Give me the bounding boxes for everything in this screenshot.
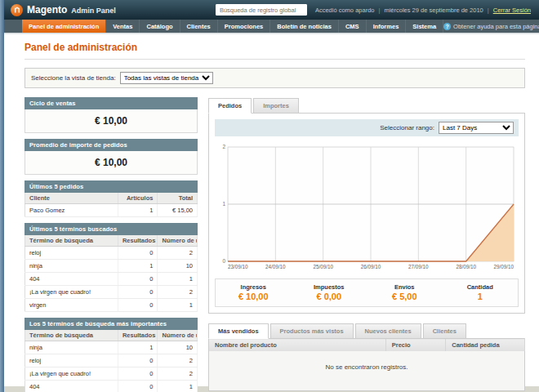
dashboard-main: PedidosImportes Seleccionar rango: Last … — [208, 97, 525, 392]
panel-title: Ciclo de ventas — [24, 97, 198, 109]
column-header-numero-de-usos: Número de usos — [158, 235, 198, 247]
table-cell: 0 — [118, 273, 158, 286]
table-row[interactable]: ninja110 — [25, 260, 198, 273]
nav-item-informes[interactable]: Informes — [367, 20, 407, 33]
range-label: Seleccionar rango: — [380, 124, 434, 131]
range-select[interactable]: Last 7 Days — [439, 122, 514, 134]
dashboard-sidebar: Ciclo de ventas € 10,00 Promedio de impo… — [24, 97, 198, 392]
grid-tab-nuevos-clientes[interactable]: Nuevos clientes — [355, 323, 421, 339]
table-cell: 10 — [158, 341, 198, 354]
help-label: Obtener ayuda para esta página — [453, 23, 539, 30]
svg-text:27/09/10: 27/09/10 — [408, 264, 429, 270]
column-header-cantidad-pedida: Cantidad pedida — [446, 339, 525, 352]
table-cell: 2 — [158, 368, 198, 381]
totals-row: Ingresos€ 10,00Impuestos€ 0,00Envíos€ 5,… — [215, 278, 519, 307]
nav-item-sistema[interactable]: Sistema — [406, 20, 443, 33]
table-cell: 2 — [158, 286, 198, 299]
magento-admin-window: Magento Admin Panel Accedió como apardo … — [4, 0, 539, 386]
svg-text:29/09/10: 29/09/10 — [493, 264, 514, 270]
grid-tab-clientes[interactable]: Clientes — [423, 323, 466, 339]
last-orders-panel: Últimos 5 pedidos ClienteArtículosTotalP… — [24, 180, 198, 217]
chart-tab-pedidos[interactable]: Pedidos — [208, 98, 252, 114]
grid-tab-mas-vendidos[interactable]: Más vendidos — [208, 323, 269, 339]
logout-link[interactable]: Cerrar Sesión — [493, 7, 531, 14]
column-header-precio: Precio — [385, 339, 446, 352]
column-header-termino-de-busqueda: Término de búsqueda — [25, 330, 118, 341]
table-cell: reloj — [25, 354, 118, 368]
header-separator: | — [488, 7, 489, 14]
table-cell: € 15,00 — [158, 204, 198, 217]
average-orders-value: € 10,00 — [24, 151, 198, 175]
stat-value: € 5,00 — [367, 292, 443, 301]
range-bar: Seleccionar rango: Last 7 Days — [215, 119, 519, 136]
svg-text:24/09/10: 24/09/10 — [265, 264, 286, 270]
panel-title: Los 5 términos de búsqueda más important… — [24, 318, 198, 330]
brand-suffix: Admin Panel — [71, 7, 116, 15]
nav-item-panel-de-administracion[interactable]: Panel de administración — [22, 20, 106, 33]
svg-text:26/09/10: 26/09/10 — [361, 264, 381, 270]
table-cell: 1 — [118, 260, 158, 273]
table-row[interactable]: 40401 — [25, 273, 198, 286]
table-cell: 0 — [118, 381, 158, 392]
global-search-input[interactable] — [216, 4, 307, 16]
table-row[interactable]: ninja110 — [25, 341, 198, 354]
table-cell: ninja — [25, 341, 118, 354]
table-cell: 0 — [118, 247, 158, 260]
table-cell: 0 — [118, 299, 158, 312]
nav-item-ventas[interactable]: Ventas — [106, 20, 140, 33]
nav-item-catalogo[interactable]: Catálogo — [140, 20, 180, 33]
nav-item-clientes[interactable]: Clientes — [180, 20, 218, 33]
nav-item-boletin-de-noticias[interactable]: Boletín de noticias — [270, 20, 339, 33]
svg-text:1: 1 — [222, 201, 225, 207]
table-cell: ninja — [25, 260, 118, 273]
table-cell: ¡La virgen que cuadro! — [25, 368, 118, 381]
page-help-link[interactable]: ? Obtener ayuda para esta página — [443, 20, 539, 33]
stat-envios: Envíos€ 5,00 — [367, 283, 443, 301]
panel-title: Últimos 5 pedidos — [24, 180, 198, 193]
table-row[interactable]: reloj02 — [25, 354, 198, 368]
logged-in-as: Accedió como apardo — [315, 7, 375, 14]
panel-title: Promedio de importe de pedidos — [24, 139, 198, 151]
last-search-terms-panel: Últimos 5 términos buscados Término de b… — [24, 223, 198, 312]
table-row[interactable]: 40401 — [25, 381, 198, 392]
column-header-numero-de-usos: Número de usos — [158, 330, 198, 341]
table-cell: reloj — [25, 247, 118, 260]
store-view-select[interactable]: Todas las vistas de tienda — [120, 72, 213, 84]
table-cell: 0 — [118, 368, 158, 381]
lifetime-sales-panel: Ciclo de ventas € 10,00 — [24, 97, 198, 133]
grid-tab-productos-mas-vistos[interactable]: Productos más vistos — [270, 323, 354, 339]
nav-item-cms[interactable]: CMS — [339, 20, 367, 33]
table-cell: Paco Gomez — [25, 204, 118, 217]
brand-name: Magento — [27, 4, 67, 16]
table-cell: 1 — [118, 341, 158, 354]
column-header-articulos: Artículos — [118, 193, 158, 204]
table-row[interactable]: virgen01 — [25, 299, 198, 312]
column-header-termino-de-busqueda: Término de búsqueda — [25, 235, 118, 247]
table-cell: 0 — [118, 286, 158, 299]
svg-text:23/09/10: 23/09/10 — [228, 264, 248, 270]
last-search-terms-table: Término de búsquedaResultadosNúmero de u… — [24, 235, 198, 312]
empty-records-message: No se encontraron registros. — [209, 351, 525, 391]
top-search-terms-table: Término de búsquedaResultadosNúmero de u… — [24, 330, 198, 392]
stat-label: Cantidad — [443, 283, 519, 291]
grid-tabs: Más vendidosProductos más vistosNuevos c… — [208, 323, 525, 339]
main-menu-bar: Panel de administraciónVentasCatálogoCli… — [4, 20, 539, 33]
nav-item-promociones[interactable]: Promociones — [218, 20, 271, 33]
panel-title: Últimos 5 términos buscados — [24, 223, 198, 235]
table-cell: 404 — [25, 381, 118, 392]
table-cell: 1 — [118, 204, 158, 217]
table-cell: 2 — [158, 354, 198, 368]
table-row[interactable]: Paco Gomez1€ 15,00 — [25, 204, 198, 217]
chart-tab-importes[interactable]: Importes — [253, 98, 299, 114]
table-cell: 2 — [158, 247, 198, 260]
svg-text:0: 0 — [222, 258, 225, 264]
table-row[interactable]: ¡La virgen que cuadro!02 — [25, 286, 198, 299]
stat-label: Envíos — [367, 283, 443, 291]
top-header: Magento Admin Panel Accedió como apardo … — [4, 0, 539, 20]
stat-value: € 10,00 — [216, 292, 292, 301]
table-row[interactable]: ¡La virgen que cuadro!02 — [25, 368, 198, 381]
orders-area-chart: 01223/09/1024/09/1025/09/1026/09/1027/09… — [215, 142, 519, 273]
table-row[interactable]: reloj02 — [25, 247, 198, 260]
table-cell: 404 — [25, 273, 118, 286]
stat-label: Ingresos — [216, 283, 292, 291]
